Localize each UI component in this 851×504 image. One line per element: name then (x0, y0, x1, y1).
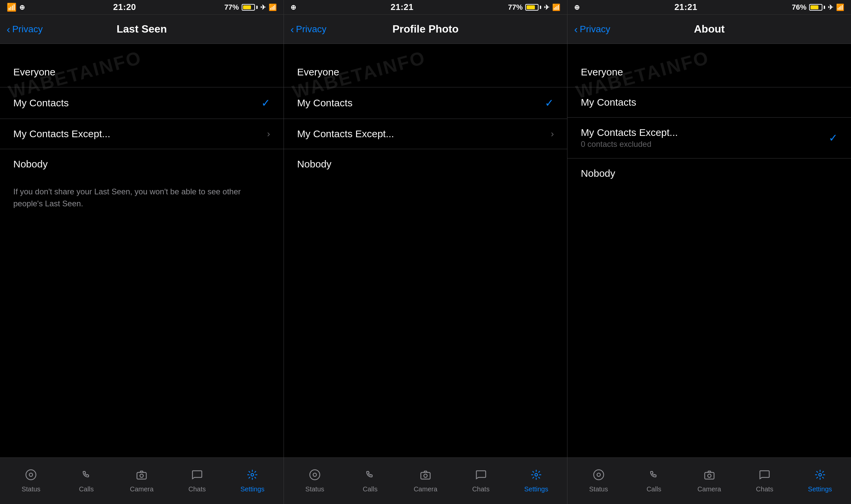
camera-icon-1 (136, 469, 147, 483)
status-icon-3 (593, 469, 605, 483)
back-arrow-icon-1: ‹ (7, 24, 10, 35)
tab-settings-label-2: Settings (524, 485, 548, 493)
list-item-nobody-1[interactable]: Nobody (0, 149, 284, 179)
list-item-mycontacts-1[interactable]: My Contacts ✓ (0, 87, 284, 119)
status-right-3: 76% ✈ 📶 (792, 3, 844, 12)
back-button-1[interactable]: ‹ Privacy (7, 24, 42, 35)
calls-icon-1 (81, 469, 92, 483)
list-item-everyone-1[interactable]: Everyone (0, 57, 284, 87)
list-item-mycontacts-except-1[interactable]: My Contacts Except... › (0, 119, 284, 149)
tab-status-label-3: Status (589, 485, 608, 493)
tab-calls-3[interactable]: Calls (641, 469, 667, 493)
label-everyone-1: Everyone (13, 67, 55, 78)
nav-panel-2: ‹ Privacy Profile Photo (284, 15, 567, 43)
tab-camera-1[interactable]: Camera (128, 469, 155, 493)
label-mycontacts-2: My Contacts (297, 97, 353, 109)
screen-profile-photo: WABETAINFO Everyone My Contacts ✓ My Con… (284, 44, 567, 457)
tab-chats-label-1: Chats (189, 485, 206, 493)
calls-icon-3 (648, 469, 660, 483)
status-time-2: 21:21 (391, 2, 413, 12)
screen-last-seen: WABETAINFO Everyone My Contacts ✓ My Con… (0, 44, 284, 457)
chats-icon-3 (759, 469, 770, 483)
main-content: WABETAINFO Everyone My Contacts ✓ My Con… (0, 44, 851, 457)
tab-settings-3[interactable]: Settings (807, 469, 833, 493)
list-item-nobody-2[interactable]: Nobody (284, 149, 567, 179)
wifi2-icon-3: 📶 (836, 3, 844, 11)
nav-title-3: About (694, 23, 724, 35)
tab-chats-3[interactable]: Chats (751, 469, 778, 493)
tab-status-1[interactable]: Status (18, 469, 44, 493)
chevron-icon-1: › (267, 129, 270, 139)
svg-point-9 (535, 473, 537, 476)
svg-point-13 (708, 474, 711, 478)
tab-chats-1[interactable]: Chats (184, 469, 210, 493)
nav-panel-3: ‹ Privacy About (567, 15, 851, 43)
svg-point-6 (313, 473, 317, 476)
airplane-icon-3: ✈ (828, 3, 833, 11)
tab-camera-label-1: Camera (130, 485, 154, 493)
status-left-3: ⊕ (574, 3, 580, 11)
tab-camera-2[interactable]: Camera (412, 469, 439, 493)
status-panel-1: 📶 ⊕ 21:20 77% ✈ 📶 (0, 0, 284, 14)
tab-settings-label-1: Settings (240, 485, 264, 493)
tab-calls-label-3: Calls (646, 485, 661, 493)
back-label-1: Privacy (12, 24, 43, 35)
list-item-everyone-3[interactable]: Everyone (567, 57, 851, 87)
tab-chats-2[interactable]: Chats (468, 469, 494, 493)
svg-point-5 (310, 470, 320, 480)
check-icon-mycontacts-except-3: ✓ (829, 131, 838, 144)
label-everyone-2: Everyone (297, 67, 339, 78)
label-nobody-2: Nobody (297, 159, 332, 170)
label-nobody-1: Nobody (13, 159, 48, 170)
list-item-mycontacts-3[interactable]: My Contacts (567, 87, 851, 118)
svg-point-11 (597, 473, 600, 476)
label-mycontacts-1: My Contacts (13, 97, 69, 109)
back-button-2[interactable]: ‹ Privacy (290, 24, 326, 35)
nav-panel-1: ‹ Privacy Last Seen (0, 15, 284, 43)
status-right-1: 77% ✈ 📶 (224, 3, 277, 12)
back-label-3: Privacy (580, 24, 610, 35)
list-item-mycontacts-except-2[interactable]: My Contacts Except... › (284, 119, 567, 149)
tab-settings-2[interactable]: Settings (523, 469, 549, 493)
list-section-3: Everyone My Contacts My Contacts Except.… (567, 57, 851, 188)
nav-title-1: Last Seen (117, 23, 167, 35)
location-icon-1: ⊕ (19, 3, 25, 11)
list-item-nobody-3[interactable]: Nobody (567, 159, 851, 188)
tab-calls-2[interactable]: Calls (357, 469, 383, 493)
check-icon-mycontacts-2: ✓ (545, 97, 554, 109)
svg-point-1 (29, 473, 33, 476)
status-time-1: 21:20 (113, 2, 136, 12)
airplane-icon-1: ✈ (260, 3, 266, 11)
wifi2-icon-1: 📶 (269, 3, 277, 11)
status-left-2: ⊕ (290, 3, 296, 11)
back-button-3[interactable]: ‹ Privacy (574, 24, 610, 35)
chats-icon-1 (191, 469, 203, 483)
tab-status-3[interactable]: Status (585, 469, 612, 493)
battery-icon-1 (242, 4, 258, 11)
tab-section-3: Status Calls Camera Chats Settings (567, 458, 851, 504)
tab-calls-1[interactable]: Calls (73, 469, 100, 493)
settings-icon-3 (814, 469, 826, 483)
location-icon-2: ⊕ (290, 3, 296, 11)
svg-point-0 (26, 470, 36, 480)
status-left-1: 📶 ⊕ (7, 3, 25, 12)
battery-percent-3: 76% (792, 3, 806, 12)
svg-point-3 (140, 474, 143, 478)
list-item-mycontacts-except-3[interactable]: My Contacts Except... 0 contacts exclude… (567, 118, 851, 159)
battery-icon-2 (525, 4, 541, 11)
airplane-icon-2: ✈ (544, 3, 549, 11)
tab-section-1: Status Calls Camera Chats Settings (0, 458, 284, 504)
tab-camera-label-2: Camera (413, 485, 437, 493)
chats-icon-2 (475, 469, 487, 483)
list-item-everyone-2[interactable]: Everyone (284, 57, 567, 87)
back-arrow-icon-3: ‹ (574, 24, 578, 35)
nav-bar: ‹ Privacy Last Seen ‹ Privacy Profile Ph… (0, 15, 851, 44)
tab-camera-label-3: Camera (697, 485, 721, 493)
tab-status-2[interactable]: Status (302, 469, 328, 493)
back-arrow-icon-2: ‹ (290, 24, 294, 35)
list-item-mycontacts-2[interactable]: My Contacts ✓ (284, 87, 567, 119)
tab-camera-3[interactable]: Camera (696, 469, 723, 493)
tab-settings-1[interactable]: Settings (239, 469, 266, 493)
svg-point-4 (251, 473, 254, 476)
battery-percent-1: 77% (224, 3, 239, 12)
